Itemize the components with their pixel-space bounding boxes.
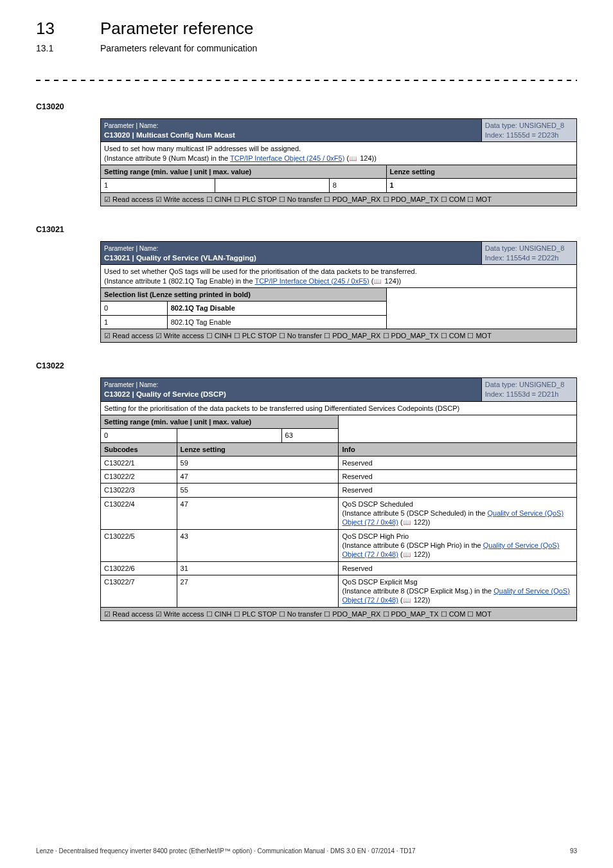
table-row: C13022/2 47 Reserved (101, 470, 577, 484)
param-type-line1: Data type: UNSIGNED_8 (485, 381, 565, 388)
table-subheader-row: Subcodes Lenze setting Info (101, 442, 577, 456)
book-icon (403, 550, 412, 558)
ref-text: 124)) (358, 154, 377, 162)
table-row: 0 802.1Q Tag Disable (101, 302, 577, 315)
min-value: 0 (101, 429, 177, 442)
param-header-cell: Parameter | Name: C13021 | Quality of Se… (101, 242, 482, 265)
default-value: 1 (386, 179, 576, 192)
param-header-label: Parameter | Name: (104, 245, 158, 252)
param-desc-pre: Used to set how many multicast IP addres… (104, 145, 301, 152)
subcode: C13022/1 (101, 456, 177, 469)
param-type-line1: Data type: UNSIGNED_8 (485, 244, 565, 252)
unit-value (215, 179, 329, 192)
param-code-c13022: C13022 (36, 361, 577, 371)
sel-val-0-text: 802.1Q Tag Disable (171, 304, 235, 312)
ref-text: 124)) (382, 277, 401, 285)
page-footer: Lenze · Decentralised frequency inverter… (36, 847, 577, 855)
param-header-name: C13020 | Multicast Config Num Mcast (104, 131, 235, 139)
subcode: C13022/6 (101, 561, 177, 575)
table-subheader-row: Setting range (min. value | unit | max. … (101, 415, 577, 429)
book-icon (403, 596, 412, 604)
col-subcodes: Subcodes (101, 442, 177, 456)
subcode: C13022/3 (101, 484, 177, 497)
table-c13020: Parameter | Name: C13020 | Multicast Con… (100, 118, 577, 206)
table-row: C13022/3 55 Reserved (101, 484, 577, 497)
section-line: 13.1 Parameters relevant for communicati… (36, 42, 577, 54)
param-block-c13022: Parameter | Name: C13022 | Quality of Se… (100, 377, 577, 621)
chapter-number: 13 (36, 18, 100, 40)
table-subheader-row: Selection list (Lenze setting printed in… (101, 288, 577, 302)
info-cell: QoS DSCP Explicit Msg (Instance attribut… (339, 575, 577, 607)
table-row: 0 63 (101, 429, 577, 442)
info-pre: QoS DSCP High Prio (342, 532, 409, 540)
param-desc-inst-pre: (Instance attribute 9 (Num Mcast) in the (104, 154, 230, 162)
info-pre: QoS DSCP Explicit Msg (342, 578, 417, 586)
empty-cell (339, 429, 577, 442)
access-flags: ☑ Read access ☑ Write access ☐ CINH ☐ PL… (101, 607, 577, 620)
unit-value (177, 429, 281, 442)
info-cell: QoS DSCP High Prio (Instance attribute 6… (339, 529, 577, 561)
param-type-cell: Data type: UNSIGNED_8 Index: 11554d = 2D… (481, 242, 576, 265)
lenze-value: 47 (177, 470, 339, 484)
table-row: C13022/1 59 Reserved (101, 456, 577, 469)
lenze-value: 47 (177, 497, 339, 529)
info-cell: QoS DSCP Scheduled (Instance attribute 5… (339, 497, 577, 529)
table-header-row: Parameter | Name: C13022 | Quality of Se… (101, 378, 577, 401)
info-ref-wrap: ( 122)) (400, 518, 430, 526)
info-cell: Reserved (339, 484, 577, 497)
sel-val-0: 802.1Q Tag Disable (167, 302, 386, 315)
lenze-value: 55 (177, 484, 339, 497)
lenze-value: 31 (177, 561, 339, 575)
access-row: ☑ Read access ☑ Write access ☐ CINH ☐ PL… (101, 329, 577, 342)
param-header-label: Parameter | Name: (104, 122, 158, 129)
info-ref-wrap: ( 122)) (400, 550, 430, 558)
info-ref-wrap: ( 122)) (400, 596, 430, 604)
table-row: Used to set whether QoS tags will be use… (101, 265, 577, 288)
col-lenze-setting: Lenze setting (386, 165, 576, 179)
table-subheader-row: Setting range (min. value | unit | max. … (101, 165, 577, 179)
param-desc-ref: ( 124)) (371, 277, 401, 285)
ref-text: 122)) (412, 518, 431, 526)
sel-val-1: 802.1Q Tag Enable (167, 315, 386, 329)
section-title: Parameters relevant for communication (100, 42, 257, 54)
info-cell: Reserved (339, 561, 577, 575)
default-value-text: 1 (390, 181, 394, 189)
param-block-c13020: Parameter | Name: C13020 | Multicast Con… (100, 118, 577, 206)
access-row: ☑ Read access ☑ Write access ☐ CINH ☐ PL… (101, 192, 577, 206)
param-header-name: C13022 | Quality of Service (DSCP) (104, 390, 226, 398)
chapter-line: 13 Parameter reference (36, 18, 577, 40)
ref-text: 122)) (412, 596, 431, 604)
tcp-ip-link[interactable]: TCP/IP Interface Object (245 / 0xF5) (254, 277, 369, 285)
table-header-row: Parameter | Name: C13020 | Multicast Con… (101, 119, 577, 142)
table-row: C13022/5 43 QoS DSCP High Prio (Instance… (101, 529, 577, 561)
param-type-line2: Index: 11553d = 2D21h (485, 390, 559, 398)
subcode: C13022/5 (101, 529, 177, 561)
param-header-cell: Parameter | Name: C13022 | Quality of Se… (101, 378, 482, 401)
lenze-value: 59 (177, 456, 339, 469)
info-cell: Reserved (339, 456, 577, 469)
lenze-value: 43 (177, 529, 339, 561)
param-type-line2: Index: 11555d = 2D23h (485, 131, 559, 139)
param-type-line1: Data type: UNSIGNED_8 (485, 122, 565, 129)
max-value: 8 (329, 179, 386, 192)
info-inst: (Instance attribute 5 (DSCP Scheduled) i… (342, 509, 487, 517)
info-pre: QoS DSCP Scheduled (342, 500, 413, 508)
table-row: C13022/7 27 QoS DSCP Explicit Msg (Insta… (101, 575, 577, 607)
table-row: Setting for the prioritisation of the da… (101, 401, 577, 415)
table-row: Used to set how many multicast IP addres… (101, 142, 577, 165)
tcp-ip-link[interactable]: TCP/IP Interface Object (245 / 0xF5) (230, 154, 344, 162)
info-inst: (Instance attribute 6 (DSCP High Prio) i… (342, 541, 483, 549)
divider (36, 77, 577, 84)
col-info: Info (339, 442, 577, 456)
param-code-c13020: C13020 (36, 102, 577, 112)
empty-cell (339, 415, 577, 429)
info-inst: (Instance attribute 8 (DSCP Explicit Msg… (342, 587, 493, 595)
subcode: C13022/7 (101, 575, 177, 607)
min-value: 1 (101, 179, 215, 192)
param-header-name: C13021 | Quality of Service (VLAN-Taggin… (104, 254, 256, 262)
book-icon (403, 518, 412, 526)
param-type-line2: Index: 11554d = 2D22h (485, 254, 559, 262)
max-value: 63 (281, 429, 339, 442)
param-block-c13021: Parameter | Name: C13021 | Quality of Se… (100, 241, 577, 343)
param-desc-cell: Used to set how many multicast IP addres… (101, 142, 577, 165)
